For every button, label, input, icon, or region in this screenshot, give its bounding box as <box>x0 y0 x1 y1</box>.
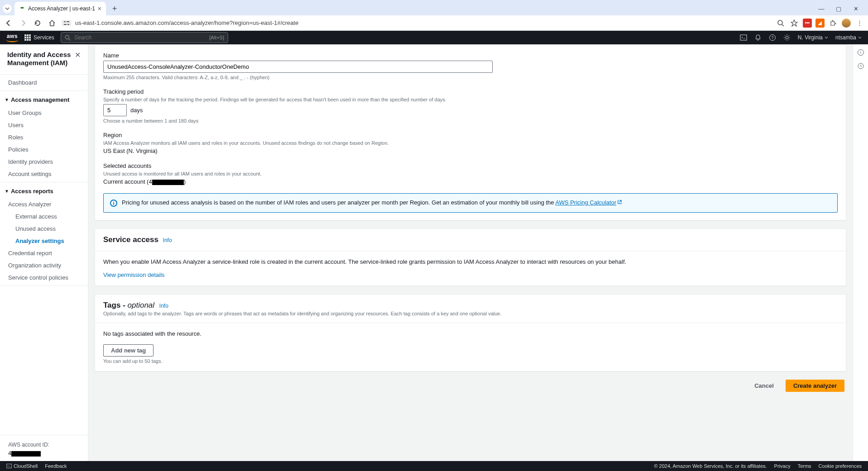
region-label: N. Virginia <box>798 34 823 41</box>
svg-point-12 <box>786 36 788 39</box>
svg-point-7 <box>65 35 69 39</box>
sidebar-item-policies[interactable]: Policies <box>0 143 88 156</box>
nav-forward-button[interactable] <box>18 18 28 28</box>
name-field-group: Name Maximum 255 characters. Valid chara… <box>103 52 838 80</box>
sidebar-item-account-settings[interactable]: Account settings <box>0 168 88 180</box>
view-permission-details-link[interactable]: View permission details <box>103 271 165 278</box>
cancel-button[interactable]: Cancel <box>747 380 781 392</box>
browser-menu-icon[interactable]: ⋮ <box>854 18 864 28</box>
main-content: Name Maximum 255 characters. Valid chara… <box>88 44 853 461</box>
help-icon[interactable]: ? <box>769 34 776 41</box>
svg-rect-9 <box>740 35 747 40</box>
sidebar-item-credential-report[interactable]: Credential report <box>0 247 88 259</box>
extension-1-icon[interactable]: ••• <box>803 19 812 28</box>
sidebar-collapse-button[interactable]: ✕ <box>75 51 81 59</box>
notifications-icon[interactable] <box>754 34 762 41</box>
settings-icon[interactable] <box>783 34 791 41</box>
nav-search[interactable]: [Alt+S] <box>61 32 228 43</box>
tags-info-link[interactable]: Info <box>159 303 168 309</box>
search-shortcut: [Alt+S] <box>209 35 224 40</box>
service-access-body: When you enable IAM Access Analyzer a se… <box>103 258 838 265</box>
caret-down-icon: ▼ <box>5 189 9 194</box>
caret-down-icon: ▼ <box>5 97 9 102</box>
sidebar-item-identity-providers[interactable]: Identity providers <box>0 156 88 168</box>
sidebar-item-user-groups[interactable]: User Groups <box>0 107 88 119</box>
sidebar-subitem-unused-access[interactable]: Unused access <box>0 223 88 235</box>
rail-info-icon[interactable]: i <box>857 49 864 56</box>
nav-reload-button[interactable] <box>33 18 43 28</box>
zoom-icon[interactable] <box>776 18 786 28</box>
chevron-down-icon <box>5 6 10 11</box>
bookmark-icon[interactable] <box>789 18 799 28</box>
svg-rect-4 <box>67 24 69 25</box>
create-analyzer-button[interactable]: Create analyzer <box>786 380 844 392</box>
extension-2-icon[interactable]: ◢ <box>815 19 825 28</box>
pricing-text: Pricing for unused access analysis is ba… <box>122 199 622 206</box>
aws-logo[interactable]: aws <box>6 33 18 42</box>
rail-history-icon[interactable] <box>857 62 864 70</box>
tags-title: Tags - optional <box>103 301 157 309</box>
selected-desc: Unused access is monitored for all IAM u… <box>103 171 838 176</box>
region-desc: IAM Access Analyzer monitors all IAM use… <box>103 140 838 146</box>
services-menu[interactable]: Services <box>24 34 54 41</box>
chevron-down-icon <box>825 36 828 39</box>
action-row: Cancel Create analyzer <box>95 380 846 396</box>
sidebar-group-access-management[interactable]: ▼ Access management <box>0 93 88 107</box>
add-new-tag-button[interactable]: Add new tag <box>103 344 153 357</box>
search-input[interactable] <box>74 34 206 41</box>
info-icon: i <box>110 200 117 207</box>
tracking-help: Choose a number between 1 and 180 days <box>103 118 838 124</box>
close-window-icon[interactable]: ✕ <box>852 5 860 12</box>
url-bar-row: us-east-1.console.aws.amazon.com/access-… <box>0 15 868 31</box>
cloudshell-icon[interactable] <box>740 34 747 41</box>
minimize-icon[interactable]: — <box>817 5 825 12</box>
pricing-calculator-link[interactable]: AWS Pricing Calculator <box>555 199 622 206</box>
browser-tab-active[interactable]: Access Analyzer | us-east-1 × <box>14 2 106 15</box>
sidebar-item-dashboard[interactable]: Dashboard <box>0 76 88 89</box>
pricing-info-banner: i Pricing for unused access analysis is … <box>103 193 838 213</box>
nav-home-button[interactable] <box>47 18 57 28</box>
close-tab-icon[interactable]: × <box>98 5 101 12</box>
external-link-icon <box>617 200 622 205</box>
tags-empty-text: No tags associated with the resource. <box>103 330 838 337</box>
sidebar-item-organization-activity[interactable]: Organization activity <box>0 259 88 271</box>
sidebar: Identity and Access Management (IAM) ✕ D… <box>0 44 88 461</box>
sidebar-subitem-analyzer-settings[interactable]: Analyzer settings <box>0 235 88 247</box>
sidebar-subitem-external-access[interactable]: External access <box>0 210 88 223</box>
tracking-input[interactable] <box>103 104 127 116</box>
region-selector[interactable]: N. Virginia <box>798 34 828 41</box>
user-menu[interactable]: ntsamba <box>835 34 862 41</box>
tags-desc: Optionally, add tags to the analyzer. Ta… <box>103 311 838 316</box>
name-input[interactable] <box>103 61 493 73</box>
tracking-desc: Specify a number of days for the trackin… <box>103 97 838 102</box>
tab-title: Access Analyzer | us-east-1 <box>28 5 95 12</box>
service-access-info-link[interactable]: Info <box>163 237 172 243</box>
svg-text:i: i <box>860 50 861 55</box>
site-settings-icon[interactable] <box>62 20 72 26</box>
account-id-label: AWS account ID: <box>8 442 80 448</box>
sidebar-item-access-analyzer[interactable]: Access Analyzer <box>0 198 88 210</box>
profile-avatar[interactable] <box>842 19 851 28</box>
sidebar-item-roles[interactable]: Roles <box>0 131 88 143</box>
nav-back-button[interactable] <box>4 18 14 28</box>
url-bar[interactable]: us-east-1.console.aws.amazon.com/access-… <box>62 19 771 26</box>
sidebar-account-info: AWS account ID: 4x <box>0 437 88 461</box>
name-help: Maximum 255 characters. Valid characters… <box>103 75 838 80</box>
sidebar-item-users[interactable]: Users <box>0 119 88 131</box>
service-access-panel: Service access Info When you enable IAM … <box>95 228 846 286</box>
services-label: Services <box>34 34 54 41</box>
region-group: Region IAM Access Analyzer monitors all … <box>103 132 838 154</box>
tracking-unit: days <box>130 107 143 114</box>
selected-accounts-group: Selected accounts Unused access is monit… <box>103 162 838 185</box>
tab-list-dropdown[interactable] <box>3 4 12 13</box>
search-icon <box>65 35 71 41</box>
sidebar-item-scp[interactable]: Service control policies <box>0 271 88 284</box>
sidebar-group-access-reports[interactable]: ▼ Access reports <box>0 184 88 198</box>
analyzer-details-panel: Name Maximum 255 characters. Valid chara… <box>95 44 846 220</box>
new-tab-button[interactable]: + <box>109 3 120 14</box>
extensions-icon[interactable] <box>828 18 838 28</box>
maximize-icon[interactable]: ▢ <box>834 5 843 12</box>
region-label: Region <box>103 132 838 138</box>
svg-text:?: ? <box>771 35 773 40</box>
url-text: us-east-1.console.aws.amazon.com/access-… <box>75 19 298 26</box>
